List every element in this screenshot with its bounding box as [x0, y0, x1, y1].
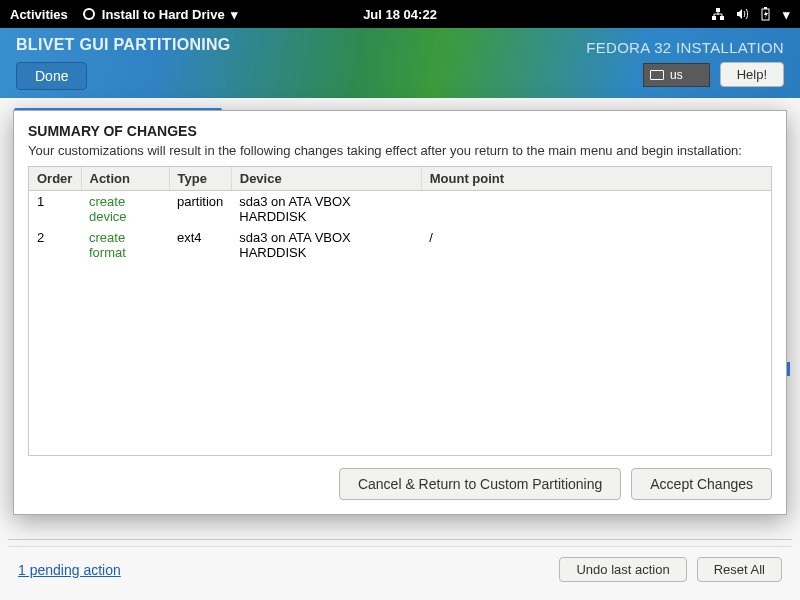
col-action[interactable]: Action [81, 167, 169, 191]
dialog-subtitle: Your customizations will result in the f… [28, 143, 772, 158]
cell-type: ext4 [169, 227, 231, 263]
dialog-title: SUMMARY OF CHANGES [28, 123, 772, 139]
cell-action: create format [81, 227, 169, 263]
col-order[interactable]: Order [29, 167, 81, 191]
cancel-button[interactable]: Cancel & Return to Custom Partitioning [339, 468, 621, 500]
changes-table-wrap: Order Action Type Device Mount point 1 c… [28, 166, 772, 456]
col-mount[interactable]: Mount point [421, 167, 771, 191]
accept-changes-button[interactable]: Accept Changes [631, 468, 772, 500]
cell-order: 1 [29, 191, 81, 228]
table-row[interactable]: 1 create device partition sda3 on ATA VB… [29, 191, 771, 228]
cell-type: partition [169, 191, 231, 228]
cell-device: sda3 on ATA VBOX HARDDISK [231, 227, 421, 263]
cell-mount: / [421, 227, 771, 263]
cell-order: 2 [29, 227, 81, 263]
summary-of-changes-dialog: SUMMARY OF CHANGES Your customizations w… [13, 110, 787, 515]
col-device[interactable]: Device [231, 167, 421, 191]
changes-table: Order Action Type Device Mount point 1 c… [29, 167, 771, 263]
col-type[interactable]: Type [169, 167, 231, 191]
cell-device: sda3 on ATA VBOX HARDDISK [231, 191, 421, 228]
cell-mount [421, 191, 771, 228]
cell-action: create device [81, 191, 169, 228]
table-row[interactable]: 2 create format ext4 sda3 on ATA VBOX HA… [29, 227, 771, 263]
